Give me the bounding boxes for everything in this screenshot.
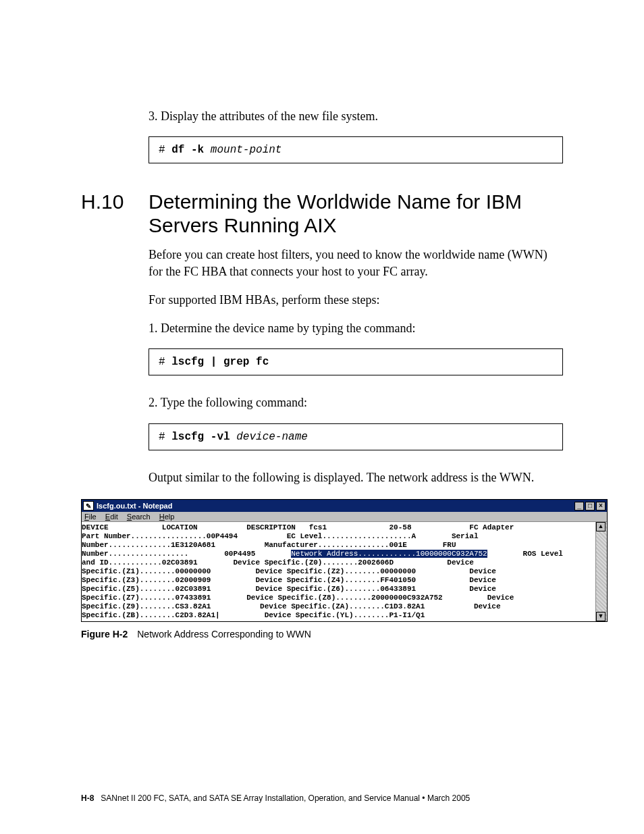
cmd-arg: device-name — [230, 431, 308, 443]
cmd-prompt: # — [159, 144, 171, 156]
step-2: 2. Type the following command: — [149, 394, 563, 411]
command-box-df: # df -k mount-point — [149, 136, 563, 163]
section-title: Determining the Worldwide Name for IBM S… — [149, 190, 554, 237]
step-3: 3. Display the attributes of the new fil… — [149, 108, 563, 124]
step-3-text: 3. Display the attributes of the new fil… — [149, 109, 378, 123]
section-number: H.10 — [81, 190, 149, 213]
notepad-window: ✎ lscfg.ou.txt - Notepad _ □ × File Edit… — [81, 499, 608, 622]
cmd-bold: lscfg | grep fc — [171, 356, 269, 368]
intro-para-1: Before you can create host filters, you … — [149, 246, 563, 280]
footer-text: SANnet II 200 FC, SATA, and SATA SE Arra… — [101, 793, 470, 803]
cmd-bold: lscfg -vl — [171, 431, 230, 443]
figure-caption-text: Network Address Corresponding to WWN — [137, 629, 311, 640]
highlighted-network-address: Network Address.............10000000C932… — [291, 550, 487, 558]
step-1: 1. Determine the device name by typing t… — [149, 320, 563, 336]
notepad-menubar: File Edit Search Help — [82, 512, 607, 522]
body-column: 3. Display the attributes of the new fil… — [149, 108, 563, 640]
figure-label: Figure H-2 — [81, 629, 128, 640]
notepad-titlebar[interactable]: ✎ lscfg.ou.txt - Notepad _ □ × — [82, 500, 607, 512]
output-para: Output similar to the following is displ… — [149, 469, 563, 486]
maximize-button[interactable]: □ — [585, 502, 595, 511]
figure-caption: Figure H-2Network Address Corresponding … — [81, 629, 563, 640]
minimize-button[interactable]: _ — [574, 502, 584, 511]
notepad-icon: ✎ — [83, 501, 94, 511]
scrollbar[interactable]: ▲ ▼ — [595, 522, 607, 621]
menu-help[interactable]: Help — [159, 513, 175, 521]
scroll-up-button[interactable]: ▲ — [596, 522, 606, 531]
intro-para-2: For supported IBM HBAs, perform these st… — [149, 292, 563, 308]
command-box-lscfg-vl: # lscfg -vl device-name — [149, 423, 563, 450]
page: 3. Display the attributes of the new fil… — [0, 0, 644, 834]
cmd-bold: df -k — [171, 144, 204, 156]
section-heading: H.10Determining the Worldwide Name for I… — [81, 190, 563, 237]
menu-search[interactable]: Search — [127, 513, 151, 521]
scroll-down-button[interactable]: ▼ — [596, 612, 606, 621]
close-button[interactable]: × — [596, 502, 606, 511]
page-footer: H-8 SANnet II 200 FC, SATA, and SATA SE … — [81, 793, 470, 803]
step-2-text: 2. Type the following command: — [149, 396, 307, 409]
step-1-text: 1. Determine the device name by typing t… — [149, 321, 415, 335]
cmd-prompt: # — [159, 431, 171, 443]
menu-file[interactable]: File — [84, 513, 97, 521]
notepad-textarea[interactable]: DEVICE LOCATION DESCRIPTION fcs1 20-58 F… — [82, 522, 595, 621]
menu-edit[interactable]: Edit — [105, 513, 118, 521]
page-number: H-8 — [81, 793, 94, 803]
cmd-arg: mount-point — [204, 144, 281, 156]
cmd-prompt: # — [159, 356, 171, 368]
notepad-title-text: lscfg.ou.txt - Notepad — [97, 502, 574, 510]
command-box-lscfg-grep: # lscfg | grep fc — [149, 348, 563, 375]
